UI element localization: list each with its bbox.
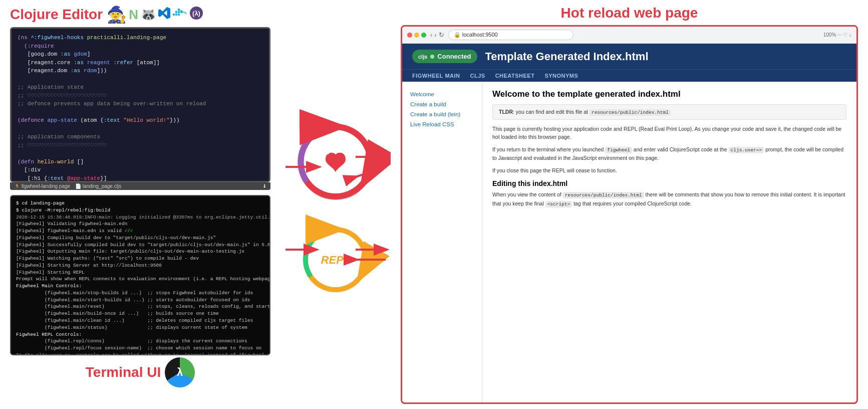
- main-para3: If you close this page the REPL will cea…: [492, 166, 846, 174]
- para4-start: When you view the content of: [492, 191, 561, 197]
- connected-label: Connected: [437, 53, 471, 60]
- terminal-title: Terminal UI λ: [10, 357, 270, 387]
- cljs-prompt: cljs.user=>: [729, 147, 764, 153]
- wizard-icon: 🧙: [107, 5, 127, 24]
- site-nav: FIGWHEEL MAIN CLJS CHEATSHEET SYNONYMS: [402, 69, 856, 82]
- terminal-section: $ cd landing-page $ clojure -M:repl/rebe…: [10, 195, 270, 387]
- lambda-icon: λ: [165, 357, 195, 387]
- editor-statusbar: 🏃 figwheel-landing page 📄 landing_page.c…: [10, 182, 270, 190]
- para2-start: If you return to the terminal where you …: [492, 146, 604, 152]
- editor-icons: 🧙 N 🦝 (λ): [107, 5, 203, 24]
- nav-cheatsheet[interactable]: CHEATSHEET: [495, 73, 535, 79]
- main-para4: When you view the content of resources/p…: [492, 190, 846, 208]
- browser-url-bar[interactable]: 🔒 localhost:9500: [448, 30, 573, 40]
- url-text: localhost:9500: [462, 32, 498, 38]
- svg-text:REPL: REPL: [321, 254, 351, 266]
- editor-section: Clojure Editor 🧙 N 🦝: [10, 5, 270, 190]
- browser-dots: [407, 33, 426, 38]
- cljs-logo: cljs: [418, 54, 427, 60]
- svg-text:Figwheel: Figwheel: [319, 146, 353, 154]
- middle-section: Figwheel REPL: [280, 5, 391, 404]
- minimize-dot: [414, 33, 419, 38]
- svg-rect-2: [178, 14, 180, 16]
- terminal-box: $ cd landing-page $ clojure -M:repl/rebe…: [10, 195, 270, 355]
- left-side: Clojure Editor 🧙 N 🦝: [10, 5, 270, 404]
- site-title: Template Generated Index.html: [485, 50, 649, 63]
- site-body: Welcome Create a build Create a build (l…: [402, 82, 856, 402]
- n-icon: N: [129, 7, 138, 23]
- refresh-button[interactable]: ↻: [439, 31, 444, 39]
- calva-icon: (λ): [189, 6, 203, 24]
- tldr-box: TLDR: you can find and edit this file at…: [492, 104, 846, 120]
- editor-title-text: Clojure Editor: [10, 7, 103, 23]
- svg-text:(λ): (λ): [192, 10, 200, 17]
- nav-cljs[interactable]: CLJS: [470, 73, 485, 79]
- svg-rect-0: [173, 14, 175, 16]
- editor-title: Clojure Editor 🧙 N 🦝: [10, 5, 270, 24]
- lock-icon: 🔒: [454, 32, 461, 38]
- file-path: 🏃 figwheel-landing page: [14, 183, 70, 189]
- nav-figwheel-main[interactable]: FIGWHEEL MAIN: [412, 73, 460, 79]
- nav-synonyms[interactable]: SYNONYMS: [544, 73, 578, 79]
- maximize-dot: [421, 33, 426, 38]
- figwheel-repl-diagram: Figwheel REPL: [280, 79, 391, 330]
- zoom-value: 100%: [823, 32, 836, 38]
- index-path: resources/public/index.html: [563, 192, 644, 198]
- tldr-text: you can find and edit this file at: [516, 109, 588, 115]
- sidebar-create-build[interactable]: Create a build: [407, 99, 477, 109]
- vscode-icon: [158, 7, 170, 23]
- arrows-container: Figwheel REPL: [280, 5, 391, 404]
- browser-mockup: ‹ › ↻ 🔒 localhost:9500 100% ··· ♡ ↓: [401, 25, 858, 404]
- forward-button[interactable]: ›: [434, 31, 436, 39]
- browser-chrome: ‹ › ↻ 🔒 localhost:9500 100% ··· ♡ ↓: [402, 27, 856, 44]
- hot-reload-title: Hot reload web page: [401, 5, 858, 21]
- browser-zoom: 100% ··· ♡ ↓: [823, 32, 851, 38]
- line-col: ⬇: [262, 183, 266, 189]
- browser-content: cljs Connected Template Generated Index.…: [402, 44, 856, 402]
- terminal-title-text: Terminal UI: [86, 364, 161, 380]
- svg-rect-4: [178, 11, 180, 13]
- file-name: 📄 landing_page.cljs: [75, 183, 121, 189]
- svg-rect-1: [175, 14, 177, 16]
- main-heading: Welcome to the template generated index.…: [492, 89, 846, 99]
- para4-end: tag that requires your compiled ClojureS…: [573, 200, 692, 207]
- cljs-badge: cljs Connected: [412, 50, 477, 63]
- browser-nav-buttons: ‹ › ↻: [430, 31, 444, 39]
- sidebar-welcome[interactable]: Welcome: [407, 89, 477, 99]
- connected-dot: [430, 55, 434, 59]
- site-sidebar: Welcome Create a build Create a build (l…: [402, 82, 482, 402]
- figwheel-cmd: figwheel: [605, 147, 632, 153]
- sidebar-create-build-lein[interactable]: Create a build (lein): [407, 109, 477, 119]
- para2-mid: and enter valid ClojureScript code at th…: [634, 146, 727, 152]
- main-container: Clojure Editor 🧙 N 🦝: [0, 0, 868, 409]
- back-button[interactable]: ‹: [430, 31, 432, 39]
- tldr-path: resources/public/index.html: [590, 109, 671, 116]
- sidebar-live-reload[interactable]: Live Reload CSS: [407, 119, 477, 129]
- close-dot: [407, 33, 412, 38]
- script-tag: <script>: [545, 201, 572, 208]
- svg-rect-3: [175, 11, 177, 13]
- editor-code-box: (ns ^:figwheel-hooks practicalli.landing…: [10, 27, 270, 182]
- main-para1: This page is currently hosting your appl…: [492, 125, 846, 141]
- zoom-label: ··· ♡ ↓: [837, 32, 851, 38]
- gitea-icon: 🦝: [140, 7, 156, 23]
- main-subheading: Editing this index.html: [492, 179, 846, 187]
- site-header: cljs Connected Template Generated Index.…: [402, 44, 856, 69]
- site-main: Welcome to the template generated index.…: [482, 82, 856, 402]
- right-side: Hot reload web page ‹ › ↻ 🔒 localhost:95…: [401, 5, 858, 404]
- main-para2: If you return to the terminal where you …: [492, 145, 846, 162]
- docker-icon: [172, 7, 187, 23]
